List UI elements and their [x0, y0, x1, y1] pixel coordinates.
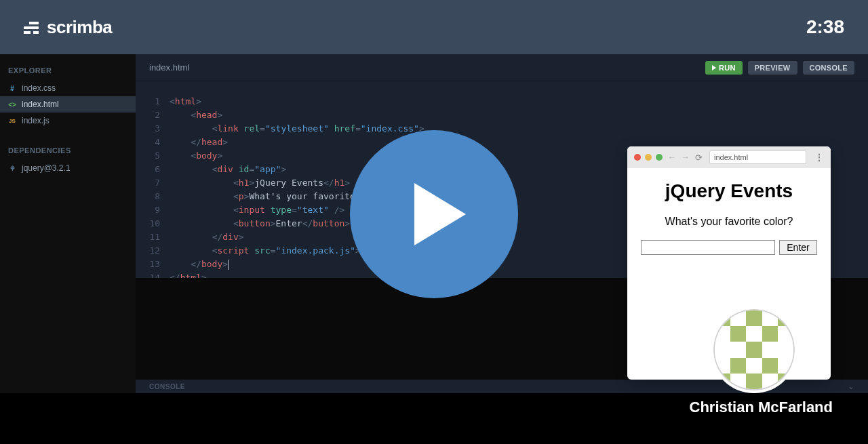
explorer-heading: EXPLORER	[0, 61, 136, 80]
menu-dots-icon[interactable]: ⋮	[814, 152, 824, 163]
hash-icon: #	[8, 84, 16, 92]
play-icon	[414, 183, 466, 245]
preview-button[interactable]: PREVIEW	[748, 61, 797, 75]
header: scrimba 2:38	[0, 0, 868, 54]
editor-actions: RUN PREVIEW CONSOLE	[705, 61, 854, 75]
run-label: RUN	[719, 64, 736, 72]
console-button[interactable]: CONSOLE	[803, 61, 855, 75]
url-text: index.html	[714, 153, 748, 161]
file-label: index.css	[22, 83, 56, 93]
close-icon[interactable]	[634, 154, 641, 161]
minimize-icon[interactable]	[645, 154, 652, 161]
forward-icon[interactable]: →	[682, 153, 690, 162]
js-icon: JS	[8, 117, 16, 125]
preview-input[interactable]	[641, 240, 775, 255]
file-label: index.html	[22, 100, 59, 109]
timestamp: 2:38	[806, 16, 844, 38]
logo-icon	[24, 20, 40, 34]
avatar-image	[713, 309, 795, 390]
preview-content: jQuery Events What's your favorite color…	[627, 168, 831, 267]
preview-enter-button[interactable]: Enter	[779, 240, 816, 255]
dependency-label: jquery@3.2.1	[22, 163, 71, 173]
console-label: CONSOLE	[149, 383, 185, 390]
file-item-html[interactable]: <> index.html	[0, 96, 136, 113]
dependencies-heading: DEPENDENCIES	[0, 141, 136, 160]
play-icon	[712, 65, 716, 70]
sidebar: EXPLORER # index.css <> index.html JS in…	[0, 54, 136, 444]
maximize-icon[interactable]	[656, 154, 663, 161]
logo[interactable]: scrimba	[24, 17, 112, 38]
author-name: Christian McFarland	[690, 399, 833, 416]
preview-titlebar: ← → ⟳ index.html ⋮	[627, 146, 831, 168]
code-icon: <>	[8, 100, 16, 108]
logo-text: scrimba	[47, 17, 112, 38]
reload-icon[interactable]: ⟳	[695, 153, 703, 163]
dependency-item[interactable]: ⚘ jquery@3.2.1	[0, 160, 136, 176]
back-icon[interactable]: ←	[668, 153, 676, 162]
dependency-icon: ⚘	[8, 164, 16, 172]
preview-subtext: What's your favorite color?	[641, 216, 817, 228]
run-button[interactable]: RUN	[705, 61, 743, 75]
file-item-css[interactable]: # index.css	[0, 80, 136, 96]
play-button[interactable]	[350, 130, 518, 298]
file-label: index.js	[22, 116, 50, 125]
preview-controls: Enter	[641, 240, 817, 255]
avatar[interactable]	[711, 306, 797, 393]
chevron-down-icon[interactable]: ⌄	[848, 382, 854, 391]
editor-toolbar: index.html RUN PREVIEW CONSOLE	[136, 54, 868, 81]
editor-filename: index.html	[149, 62, 189, 73]
preview-heading: jQuery Events	[641, 180, 817, 202]
file-item-js[interactable]: JS index.js	[0, 113, 136, 129]
url-bar[interactable]: index.html	[709, 150, 806, 164]
